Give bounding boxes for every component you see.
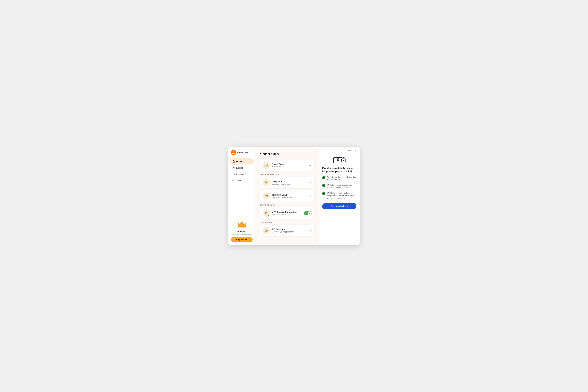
sidebar-item-explore-label: Explore bbox=[236, 167, 243, 169]
targeted-scan-name: Targeted Scan bbox=[272, 194, 306, 196]
pc-speedup-info: PC Speedup Optimize your applications bbox=[272, 228, 306, 233]
premium-label: Premium bbox=[238, 230, 246, 232]
deep-scan-arrow: → bbox=[308, 181, 312, 184]
targeted-scan-arrow: → bbox=[308, 194, 312, 198]
feature-1-text: Avast One will monitor all new data brea… bbox=[327, 176, 356, 181]
vpn-toggle-thumb bbox=[308, 212, 311, 215]
pc-speedup-name: PC Speedup bbox=[272, 228, 306, 230]
right-panel: ! Monitor new data breaches for greater … bbox=[319, 147, 360, 245]
svg-rect-8 bbox=[238, 226, 246, 227]
targeted-scan-icon bbox=[264, 194, 268, 198]
pc-speedup-icon bbox=[264, 228, 268, 232]
svg-point-2 bbox=[233, 168, 234, 168]
vpn-toggle[interactable] bbox=[304, 211, 312, 215]
nav-items: Home Explore bbox=[228, 158, 255, 184]
svg-point-7 bbox=[232, 180, 234, 181]
feature-2: We'll alert you as soon as your data is … bbox=[322, 184, 356, 189]
crown-icon bbox=[237, 221, 247, 229]
check-icon-3 bbox=[322, 192, 325, 195]
svg-point-10 bbox=[241, 221, 242, 222]
main-content: Shortcuts Smart Scan Not run yet → DEVIC… bbox=[255, 147, 319, 245]
sidebar-item-account-label: Account bbox=[236, 180, 244, 182]
sidebar: Avast One Home bbox=[228, 147, 255, 245]
sidebar-item-home[interactable]: Home bbox=[230, 158, 254, 164]
get-breach-alerts-button[interactable]: Get breach alerts bbox=[322, 203, 356, 209]
svg-point-11 bbox=[245, 222, 246, 224]
check-icon-2 bbox=[322, 184, 325, 187]
pc-speedup-card[interactable]: PC Speedup Optimize your applications → bbox=[260, 224, 314, 236]
pc-speedup-arrow: → bbox=[308, 229, 312, 232]
targeted-scan-card[interactable]: Targeted Scan Last scan 16 hours ago → bbox=[260, 190, 314, 202]
minimize-button[interactable]: — bbox=[348, 149, 351, 152]
targeted-scan-info: Targeted Scan Last scan 16 hours ago bbox=[272, 194, 306, 198]
smart-scan-sub: Not run yet bbox=[272, 166, 306, 168]
svg-point-1 bbox=[232, 167, 234, 169]
vpn-name: VPN Secure Connection bbox=[272, 211, 302, 213]
svg-rect-24 bbox=[333, 163, 343, 163]
targeted-scan-icon-wrap bbox=[263, 192, 270, 200]
online-privacy-label: ONLINE PRIVACY bbox=[260, 204, 314, 206]
sidebar-item-messages-label: Messages bbox=[236, 173, 246, 176]
sidebar-item-account[interactable]: Account bbox=[230, 178, 254, 184]
smart-scan-info: Smart Scan Not run yet bbox=[272, 163, 306, 168]
performance-label: PERFORMANCE bbox=[260, 222, 314, 223]
vpn-connected-badge bbox=[268, 215, 270, 217]
svg-point-15 bbox=[265, 182, 266, 182]
smart-scan-icon bbox=[264, 164, 268, 167]
svg-point-25 bbox=[337, 158, 338, 160]
app-window: — ✕ Avast One Home bbox=[228, 147, 360, 245]
feature-3-text: We'll help you quickly change compromise… bbox=[327, 192, 356, 200]
avast-logo-icon bbox=[231, 150, 236, 155]
vpn-sub: Connected 00:15 sec bbox=[272, 214, 302, 216]
deep-scan-name: Deep Scan bbox=[272, 180, 306, 182]
sidebar-item-explore[interactable]: Explore bbox=[230, 165, 254, 171]
vpn-toggle-track bbox=[304, 211, 312, 215]
check-icon-1 bbox=[322, 176, 325, 179]
feature-2-text: We'll alert you as soon as your data is … bbox=[327, 184, 356, 189]
vpn-icon bbox=[264, 211, 268, 215]
svg-rect-17 bbox=[265, 195, 268, 197]
sidebar-item-messages[interactable]: Messages bbox=[230, 171, 254, 177]
explore-icon bbox=[232, 166, 235, 170]
svg-point-14 bbox=[265, 181, 266, 183]
smart-scan-card[interactable]: Smart Scan Not run yet → bbox=[260, 160, 314, 171]
breach-illustration: ! bbox=[322, 152, 356, 163]
page-title: Shortcuts bbox=[260, 152, 314, 156]
account-icon bbox=[232, 179, 235, 182]
vpn-card[interactable]: VPN Secure Connection Connected 00:15 se… bbox=[260, 208, 314, 219]
targeted-scan-sub: Last scan 16 hours ago bbox=[272, 196, 306, 198]
vpn-icon-wrap bbox=[263, 210, 270, 217]
smart-scan-name: Smart Scan bbox=[272, 163, 306, 166]
svg-point-9 bbox=[238, 222, 238, 224]
svg-text:!: ! bbox=[343, 160, 344, 161]
vpn-info: VPN Secure Connection Connected 00:15 se… bbox=[272, 211, 302, 216]
home-icon bbox=[232, 160, 235, 163]
messages-icon bbox=[232, 173, 235, 176]
feature-3: We'll help you quickly change compromise… bbox=[322, 192, 356, 200]
premium-subtitle: Get greater convenience bbox=[232, 234, 251, 236]
smart-scan-arrow: → bbox=[308, 164, 312, 167]
sidebar-item-home-label: Home bbox=[236, 160, 242, 162]
app-title: Avast One bbox=[237, 151, 248, 154]
deep-scan-sub: Last scan 5 days ago bbox=[272, 183, 306, 185]
deep-scan-info: Deep Scan Last scan 5 days ago bbox=[272, 180, 306, 185]
smart-scan-icon-wrap bbox=[263, 162, 270, 169]
svg-line-16 bbox=[266, 183, 268, 184]
go-premium-button[interactable]: Go premium bbox=[231, 237, 252, 242]
sidebar-bottom: Premium Get greater convenience Go premi… bbox=[228, 221, 255, 242]
pc-speedup-sub: Optimize your applications bbox=[272, 231, 306, 233]
deep-scan-icon-wrap bbox=[263, 179, 270, 186]
logo: Avast One bbox=[228, 150, 255, 158]
pc-speedup-icon-wrap bbox=[263, 227, 270, 234]
device-protection-label: DEVICE PROTECTION bbox=[260, 174, 314, 175]
feature-1: Avast One will monitor all new data brea… bbox=[322, 176, 356, 181]
breach-panel-title: Monitor new data breaches for greater pe… bbox=[322, 166, 356, 173]
close-button[interactable]: ✕ bbox=[354, 149, 357, 152]
deep-scan-card[interactable]: Deep Scan Last scan 5 days ago → bbox=[260, 177, 314, 188]
deep-scan-icon bbox=[264, 181, 268, 184]
titlebar: — ✕ bbox=[348, 149, 357, 152]
